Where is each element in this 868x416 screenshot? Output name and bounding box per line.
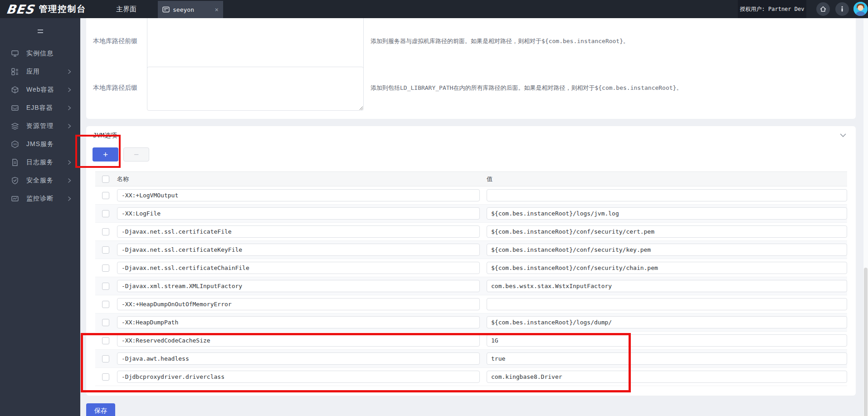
table-header: 名称 值 (95, 171, 847, 186)
option-value-input[interactable] (487, 280, 847, 292)
avatar[interactable] (853, 2, 868, 16)
chevron-down-icon[interactable] (840, 133, 846, 137)
chevron-right-icon (67, 87, 72, 93)
sidebar-item-3[interactable]: EJB容器 (0, 99, 80, 117)
sidebar-item-4[interactable]: 资源管理 (0, 117, 80, 135)
sidebar-item-0[interactable]: 实例信息 (0, 44, 80, 63)
chevron-right-icon (67, 69, 72, 74)
sidebar-item-label: 实例信息 (26, 49, 72, 58)
add-jvm-option-button[interactable]: + (93, 147, 118, 162)
row-checkbox[interactable] (102, 246, 109, 254)
logs-icon (11, 158, 19, 166)
option-value-input[interactable] (487, 298, 847, 310)
row-checkbox[interactable] (102, 264, 109, 272)
scrollbar-thumb[interactable] (864, 268, 868, 416)
row-checkbox[interactable] (102, 319, 109, 326)
sidebar-item-label: 资源管理 (26, 122, 67, 130)
save-button[interactable]: 保存 (86, 403, 115, 416)
field-label-prefix: 本地库路径前缀 (93, 37, 145, 45)
option-name-input[interactable] (117, 298, 480, 310)
option-value-input[interactable] (487, 244, 847, 256)
column-header-value: 值 (487, 175, 847, 183)
window-icon (162, 6, 170, 13)
sidebar-menu: 实例信息应用Web容器EJB容器资源管理JMSJMS服务日志服务安全服务监控诊断 (0, 44, 80, 208)
row-checkbox[interactable] (102, 355, 109, 362)
option-value-input[interactable] (487, 189, 847, 201)
option-name-input[interactable] (117, 244, 480, 256)
jvm-options-title: JVM选项 (93, 132, 117, 140)
option-name-input[interactable] (117, 334, 480, 347)
sidebar-item-label: 日志服务 (26, 158, 67, 166)
instance-icon (11, 49, 19, 58)
option-value-input[interactable] (487, 334, 847, 347)
table-row (95, 241, 847, 259)
row-checkbox[interactable] (102, 283, 109, 290)
info-icon[interactable] (835, 2, 849, 16)
home-icon[interactable] (816, 2, 830, 16)
table-row (95, 295, 847, 313)
logo-suffix-text: 管理控制台 (39, 3, 86, 15)
sidebar-item-5[interactable]: JMSJMS服务 (0, 135, 80, 153)
monitor-icon (11, 195, 19, 203)
row-checkbox[interactable] (102, 192, 109, 199)
option-name-input[interactable] (117, 262, 480, 274)
row-checkbox[interactable] (102, 210, 109, 217)
row-checkbox[interactable] (102, 337, 109, 344)
chevron-right-icon (67, 178, 72, 183)
sidebar-item-1[interactable]: 应用 (0, 63, 80, 81)
sidebar-item-label: 安全服务 (26, 176, 67, 185)
table-row (95, 186, 847, 205)
option-name-input[interactable] (117, 371, 480, 383)
table-row (95, 313, 847, 332)
sidebar-item-6[interactable]: 日志服务 (0, 153, 80, 171)
jvm-options-table: 名称 值 (95, 171, 847, 386)
table-row (95, 223, 847, 241)
sidebar-item-8[interactable]: 监控诊断 (0, 190, 80, 208)
option-value-input[interactable] (487, 352, 847, 365)
option-name-input[interactable] (117, 189, 480, 201)
help-text-suffix: 添加到包括LD_LIBRARY_PATH在内的所有库路径的后面。如果是相对路径，… (371, 84, 682, 92)
sidebar-item-2[interactable]: Web容器 (0, 81, 80, 99)
nav-main-interface[interactable]: 主界面 (116, 0, 137, 18)
chevron-right-icon (67, 123, 72, 129)
row-checkbox[interactable] (102, 301, 109, 308)
apps-icon (11, 68, 19, 76)
chevron-right-icon (67, 160, 72, 165)
row-checkbox[interactable] (102, 373, 109, 381)
tab-label: seeyon (173, 6, 212, 13)
option-value-input[interactable] (487, 371, 847, 383)
option-name-input[interactable] (117, 280, 480, 292)
sidebar: 实例信息应用Web容器EJB容器资源管理JMSJMS服务日志服务安全服务监控诊断 (0, 18, 80, 416)
chevron-right-icon (67, 196, 72, 201)
field-label-suffix: 本地库路径后缀 (93, 84, 145, 92)
option-name-input[interactable] (117, 352, 480, 365)
sidebar-item-7[interactable]: 安全服务 (0, 171, 80, 190)
native-library-path-panel: 本地库路径前缀 添加到服务器与虚拟机库路径的前面。如果是相对路径，则相对于${c… (86, 18, 856, 119)
sidebar-item-label: 应用 (26, 68, 67, 76)
option-name-input[interactable] (117, 207, 480, 220)
option-value-input[interactable] (487, 316, 847, 328)
close-icon[interactable]: × (215, 6, 219, 13)
option-value-input[interactable] (487, 225, 847, 238)
licensed-user-label: 授权用户: Partner Dev (738, 0, 806, 18)
select-all-checkbox[interactable] (102, 176, 109, 183)
table-row (95, 350, 847, 368)
option-value-input[interactable] (487, 207, 847, 220)
help-text-prefix: 添加到服务器与虚拟机库路径的前面。如果是相对路径，则相对于${com.bes.i… (371, 37, 629, 45)
sidebar-item-label: Web容器 (26, 86, 67, 94)
option-name-input[interactable] (117, 225, 480, 238)
remove-jvm-option-button[interactable]: − (123, 147, 149, 162)
native-lib-suffix-textarea[interactable] (147, 67, 364, 111)
table-row (95, 259, 847, 277)
collapse-menu-icon[interactable] (0, 18, 80, 44)
column-header-name: 名称 (117, 175, 487, 183)
svg-text:JMS: JMS (13, 143, 17, 146)
row-checkbox[interactable] (102, 228, 109, 235)
table-row (95, 368, 847, 386)
security-icon (11, 176, 19, 185)
tab-seeyon[interactable]: seeyon × (158, 1, 223, 18)
page-scrollbar[interactable] (863, 18, 868, 416)
table-row (95, 205, 847, 223)
option-name-input[interactable] (117, 316, 480, 328)
option-value-input[interactable] (487, 262, 847, 274)
